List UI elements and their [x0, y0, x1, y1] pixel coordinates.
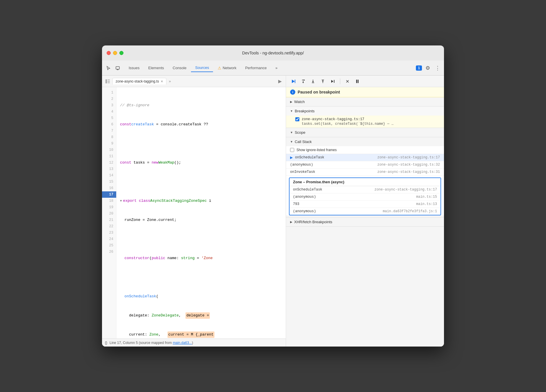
settings-icon[interactable]: ⚙ [424, 64, 432, 72]
breakpoints-section-header[interactable]: ▼ Breakpoints [286, 107, 444, 116]
more-tabs-icon[interactable]: » [168, 78, 172, 85]
svg-marker-13 [312, 81, 314, 83]
stack-name-0: onScheduleTask [295, 155, 377, 160]
cursor-icon[interactable] [104, 64, 112, 72]
debugger-panel: i Paused on breakpoint ▶ Watch ▼ Breakpo… [286, 76, 444, 347]
window-title: DevTools - ng-devtools.netlify.app/ [242, 51, 304, 55]
breakpoint-checkbox[interactable] [295, 117, 299, 121]
step-over-button[interactable] [299, 78, 307, 85]
code-line-11: onScheduleTask( [120, 293, 286, 300]
scope-label: Scope [295, 130, 305, 135]
status-bar: {} Line 17, Column 5 (source mapped from… [102, 338, 286, 347]
active-frame-arrow-icon: ▶ [290, 155, 293, 160]
main-content: zone-async-stack-tagging.ts ✕ » ▶ 12345 … [102, 76, 444, 347]
code-content[interactable]: 12345 678910 1112131415 16 17 181920 212… [102, 87, 286, 338]
svg-rect-21 [358, 80, 358, 83]
call-stack-section-header[interactable]: ▼ Call Stack [286, 137, 444, 146]
more-options-icon[interactable]: ⋮ [434, 64, 442, 72]
close-tab-icon[interactable]: ✕ [161, 80, 163, 83]
stack-file-2: zone-async-stack-tagging.ts:31 [377, 170, 440, 174]
chat-badge[interactable]: 1 [416, 65, 422, 71]
step-button[interactable] [329, 78, 336, 85]
tab-issues[interactable]: Issues [125, 64, 144, 72]
code-line-8 [120, 236, 286, 242]
step-out-button[interactable] [319, 78, 327, 85]
code-line-9: constructor(public name: string = 'Zone [120, 255, 286, 261]
ignore-frames-row: Show ignore-listed frames [286, 146, 444, 154]
async-stack-item-0[interactable]: onScheduleTask zone-async-stack-tagging.… [290, 186, 441, 193]
stack-file-0: zone-async-stack-tagging.ts:17 [377, 155, 440, 160]
debugger-scroll[interactable]: i Paused on breakpoint ▶ Watch ▼ Breakpo… [286, 87, 444, 347]
scope-arrow-icon: ▼ [290, 131, 293, 134]
scope-section-header[interactable]: ▼ Scope [286, 128, 444, 137]
run-snippet-icon[interactable]: ▶ [276, 78, 283, 85]
svg-rect-0 [116, 67, 119, 69]
code-lines[interactable]: // @ts-ignore const createTask = console… [117, 87, 286, 338]
tab-sources[interactable]: Sources [191, 64, 213, 72]
minimize-button[interactable] [113, 51, 117, 55]
call-stack-section: ▼ Call Stack Show ignore-listed frames ▶… [286, 137, 444, 217]
code-line-5 [120, 179, 286, 185]
stack-name-2: onInvokeTask [290, 170, 377, 174]
xhr-breakpoints-header[interactable]: ▶ XHR/fetch Breakpoints [286, 217, 444, 226]
watch-section-header[interactable]: ▶ Watch [286, 97, 444, 106]
debugger-toolbar [286, 76, 444, 87]
ignore-frames-checkbox[interactable] [290, 148, 294, 152]
svg-marker-16 [322, 80, 324, 81]
pause-on-exceptions-button[interactable] [354, 78, 361, 85]
async-stack-item-3[interactable]: (anonymous) main.da63f7b2fe3f1fa3.js:1 [290, 208, 441, 215]
tab-more[interactable]: » [271, 64, 281, 72]
code-line-12: delegate: ZoneDelegate, delegate = [120, 312, 286, 319]
async-stack-file-3: main.da63f7b2fe3f1fa3.js:1 [383, 209, 437, 213]
breakpoint-code: tasks.set(task, createTask(`${this.name}… [302, 122, 440, 126]
devtools-window: DevTools - ng-devtools.netlify.app/ Issu… [102, 45, 444, 347]
svg-marker-18 [331, 80, 333, 83]
svg-marker-11 [302, 82, 304, 83]
step-into-button[interactable] [309, 78, 317, 85]
source-map-link[interactable]: main.da63... [173, 341, 192, 345]
file-tab-name: zone-async-stack-tagging.ts [116, 79, 159, 83]
info-icon: i [290, 89, 295, 95]
svg-rect-8 [295, 80, 295, 83]
editor-tab-bar: zone-async-stack-tagging.ts ✕ » ▶ [102, 76, 286, 87]
tab-console[interactable]: Console [169, 64, 191, 72]
tab-performance[interactable]: Performance [241, 64, 271, 72]
editor-panel: zone-async-stack-tagging.ts ✕ » ▶ 12345 … [102, 76, 286, 347]
tab-bar: Issues Elements Console Sources ⚠ Networ… [102, 61, 444, 76]
svg-marker-7 [292, 80, 295, 83]
paused-text: Paused on breakpoint [298, 90, 340, 94]
code-line-6: ▼export class AsyncStackTaggingZoneSpec … [120, 198, 286, 204]
code-area: 12345 678910 1112131415 16 17 181920 212… [102, 87, 286, 347]
resume-button[interactable] [290, 78, 297, 85]
maximize-button[interactable] [119, 51, 123, 55]
stack-item-1[interactable]: (anonymous) zone-async-stack-tagging.ts:… [286, 161, 444, 168]
async-stack-name-3: (anonymous) [293, 209, 383, 213]
code-line-2: const createTask = console.createTask ?? [120, 121, 286, 128]
svg-rect-3 [105, 79, 107, 83]
xhr-breakpoints-section: ▶ XHR/fetch Breakpoints [286, 217, 444, 227]
async-stack-file-1: main.ts:15 [416, 195, 437, 199]
svg-rect-20 [356, 80, 357, 83]
close-button[interactable] [107, 51, 111, 55]
breakpoints-arrow-icon: ▼ [290, 109, 293, 113]
scope-section: ▼ Scope [286, 128, 444, 137]
code-line-7: runZone = Zone.current; [120, 217, 286, 223]
async-stack-file-0: zone-async-stack-tagging.ts:17 [374, 188, 437, 192]
code-line-13: current: Zone, current = M {_parent [120, 331, 286, 338]
tab-elements[interactable]: Elements [144, 64, 168, 72]
tab-network[interactable]: ⚠ Network [214, 64, 241, 72]
traffic-lights [107, 51, 123, 55]
code-line-10 [120, 274, 286, 281]
device-icon[interactable] [114, 64, 122, 72]
stack-item-2[interactable]: onInvokeTask zone-async-stack-tagging.ts… [286, 168, 444, 176]
sidebar-toggle-icon[interactable] [104, 78, 111, 85]
async-stack-item-2[interactable]: 793 main.ts:13 [290, 201, 441, 208]
breakpoints-section: ▼ Breakpoints zone-async-stack-tagging.t… [286, 107, 444, 128]
stack-item-0[interactable]: ▶ onScheduleTask zone-async-stack-taggin… [286, 154, 444, 161]
format-icon[interactable]: {} [105, 341, 107, 345]
deactivate-breakpoints-button[interactable] [344, 78, 351, 85]
file-tab-active[interactable]: zone-async-stack-tagging.ts ✕ [112, 78, 166, 85]
breakpoint-filename: zone-async-stack-tagging.ts:17 [302, 117, 364, 121]
async-stack-item-1[interactable]: (anonymous) main.ts:15 [290, 193, 441, 201]
code-line-1: // @ts-ignore [120, 102, 286, 109]
